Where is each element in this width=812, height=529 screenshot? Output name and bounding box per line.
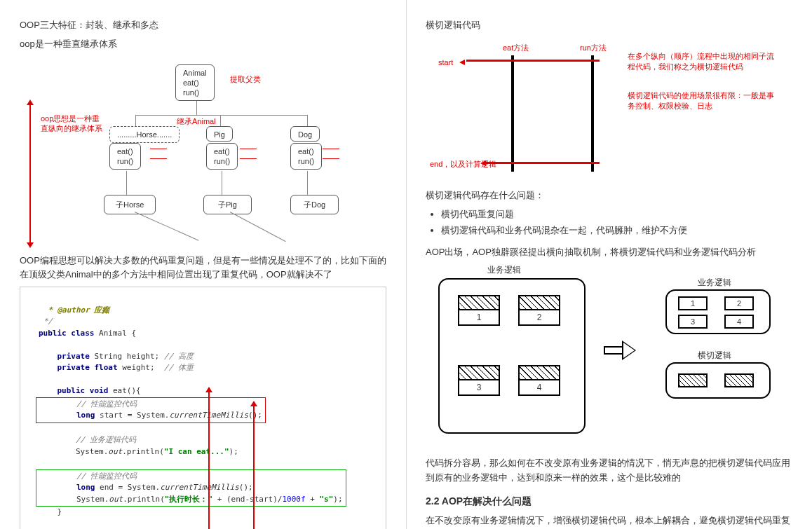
mini-1: 1 xyxy=(678,296,708,310)
aop-intro: AOP出场，AOP独辟蹊径提出横向抽取机制，将横切逻辑代码和业务逻辑代码分析 xyxy=(426,245,792,260)
eat-method-label: eat方法 xyxy=(503,43,529,53)
cell-2: 2 xyxy=(518,295,560,326)
pig-methods: eat() run() xyxy=(206,143,238,170)
dog-run: run() xyxy=(298,156,314,166)
animal-box: Animal eat() run() xyxy=(175,64,215,102)
dog-methods: eat() run() xyxy=(290,143,322,170)
line xyxy=(135,212,199,241)
mini-2: 2 xyxy=(724,296,754,310)
crosscut-title: 横切逻辑代码 xyxy=(426,18,792,33)
animal-run: run() xyxy=(183,88,207,97)
mini-3: 3 xyxy=(678,315,708,329)
horse-name: .........Horse....... xyxy=(117,130,172,139)
section-2-2: 2.2 AOP在解决什么问题 xyxy=(426,495,792,508)
line xyxy=(135,115,308,116)
hbar xyxy=(466,60,600,62)
line xyxy=(307,115,308,126)
arrowhead-icon xyxy=(205,387,212,392)
biz-title-right: 业务逻辑 xyxy=(698,277,731,289)
last-para: 在不改变原有业务逻辑情况下，增强横切逻辑代码，根本上解耦合，避免横切逻辑代码重复 xyxy=(426,514,792,528)
end-label: end，以及计算逻辑 xyxy=(430,159,496,170)
inherit-label: 继承Animal xyxy=(177,116,216,127)
horse-box: .........Horse....... xyxy=(109,126,180,143)
red-arrow xyxy=(208,391,210,529)
arrowhead-icon xyxy=(250,401,257,406)
animal-eat: eat() xyxy=(183,78,207,88)
horse-eat: eat() xyxy=(117,146,133,156)
sub-dog: 子Dog xyxy=(290,195,339,214)
mini-h2 xyxy=(724,373,754,387)
horse-run: run() xyxy=(117,156,133,166)
mini-4: 4 xyxy=(724,315,754,329)
left-column: OOP三大特征：封装、继承和多态 oop是一种垂直继承体系 oop思想是一种垂直… xyxy=(0,0,406,529)
side-label: oop思想是一种垂直纵向的继承体系 xyxy=(41,114,104,134)
inheritance-diagram: oop思想是一种垂直纵向的继承体系 Animal eat() run() 提取父… xyxy=(20,62,384,244)
dog-name: Dog xyxy=(298,130,312,139)
arrow xyxy=(323,158,339,159)
cross-title: 横切逻辑 xyxy=(698,350,731,362)
vbar xyxy=(591,55,594,172)
oop-features: OOP三大特征：封装、继承和多态 xyxy=(20,18,386,33)
sub-horse: 子Horse xyxy=(104,195,156,214)
sub-pig: 子Pig xyxy=(203,195,252,214)
dog-name-box: Dog xyxy=(290,126,320,142)
extract-label: 提取父类 xyxy=(230,74,261,85)
split-para: 代码拆分容易，那么如何在不改变原有业务逻辑的情况下，悄无声息的把横切逻辑代码应用… xyxy=(426,456,792,486)
crosscut-problem-head: 横切逻辑代码存在什么问题： xyxy=(426,188,792,203)
list-item: 横切逻辑代码和业务代码混杂在一起，代码臃肿，维护不方便 xyxy=(441,224,792,238)
line xyxy=(307,171,308,195)
arrow xyxy=(150,149,167,149)
line xyxy=(135,115,136,126)
vertical-arrow-icon xyxy=(29,104,31,244)
biz-title-left: 业务逻辑 xyxy=(487,264,521,276)
code-block: * @author 应癲 */ public class Animal { pr… xyxy=(20,287,386,529)
oop-vertical: oop是一种垂直继承体系 xyxy=(20,37,386,52)
outline-arrow-icon xyxy=(604,341,637,359)
horse-methods: eat() run() xyxy=(109,143,141,170)
pig-eat: eat() xyxy=(214,146,230,156)
arrow xyxy=(150,158,167,159)
arrow xyxy=(240,149,257,149)
oop-problem-para: OOP编程思想可以解决大多数的代码重复问题，但是有一些情况是处理不了的，比如下面… xyxy=(20,254,386,283)
list-item: 横切代码重复问题 xyxy=(441,207,792,222)
cell-1: 1 xyxy=(458,295,500,326)
run-method-label: run方法 xyxy=(580,43,607,53)
pig-name-box: Pig xyxy=(206,126,233,142)
pig-run: run() xyxy=(214,156,230,166)
problem-list: 横切代码重复问题 横切逻辑代码和业务代码混杂在一起，代码臃肿，维护不方便 xyxy=(441,207,792,239)
vbar xyxy=(511,55,514,172)
cell-3: 3 xyxy=(458,365,500,396)
aop-split-diagram: 业务逻辑 1 2 3 4 业务逻辑 1 2 3 4 横切逻辑 xyxy=(426,264,790,446)
arrow xyxy=(323,149,339,149)
arrow xyxy=(240,158,257,159)
line xyxy=(126,171,127,195)
crosscut-note1: 在多个纵向（顺序）流程中出现的相同子流程代码，我们称之为横切逻辑代码 xyxy=(628,51,775,73)
pig-name: Pig xyxy=(214,130,225,139)
line xyxy=(230,212,286,242)
crosscut-diagram: eat方法 run方法 start end，以及计算逻辑 在多个纵向（顺序）流程… xyxy=(426,39,790,179)
crosscut-note2: 横切逻辑代码的使用场景很有限：一般是事务控制、权限校验、日志 xyxy=(628,90,775,112)
cell-4: 4 xyxy=(518,365,560,396)
line xyxy=(220,115,221,126)
hbar xyxy=(486,162,600,164)
line xyxy=(222,171,222,195)
right-column: 横切逻辑代码 eat方法 run方法 start end，以及计算逻辑 在多个纵… xyxy=(406,0,812,529)
animal-name: Animal xyxy=(183,68,207,78)
start-label: start xyxy=(438,58,453,67)
red-arrow xyxy=(253,405,255,529)
arrow-left-icon xyxy=(459,60,465,65)
line xyxy=(196,101,197,115)
dog-eat: eat() xyxy=(298,146,314,156)
mini-h1 xyxy=(678,373,708,387)
